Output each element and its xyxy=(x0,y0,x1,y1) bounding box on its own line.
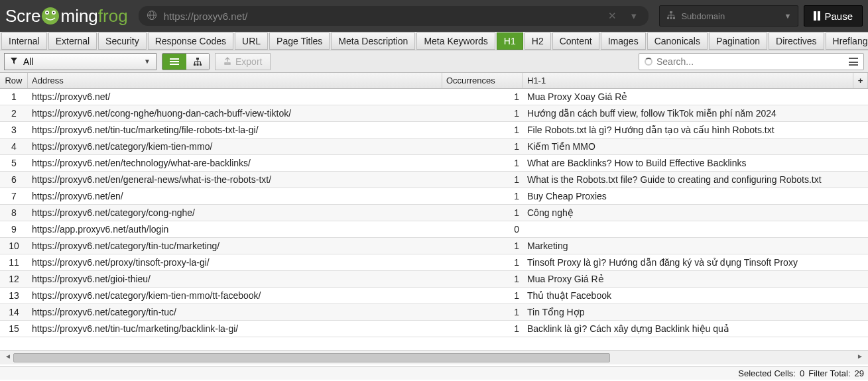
cell-occurrences: 1 xyxy=(442,307,523,317)
tab-url[interactable]: URL xyxy=(235,32,268,50)
cell-row: 1 xyxy=(0,91,28,102)
scroll-thumb[interactable] xyxy=(13,353,610,362)
search-options-icon[interactable] xyxy=(849,58,858,66)
tab-canonicals[interactable]: Canonicals xyxy=(647,32,708,50)
col-occurrences[interactable]: Occurrences xyxy=(442,73,523,88)
cell-occurrences: 1 xyxy=(442,290,523,301)
cell-address: https://proxyv6.net/category/tin-tuc/mar… xyxy=(28,241,442,251)
scroll-left-icon[interactable]: ◄ xyxy=(3,353,13,363)
tab-security[interactable]: Security xyxy=(98,32,147,50)
table-row[interactable]: 4https://proxyv6.net/category/kiem-tien-… xyxy=(0,138,868,155)
cell-h1: Công nghệ xyxy=(523,207,868,218)
cell-h1: Kiếm Tiền MMO xyxy=(523,141,868,152)
table-row[interactable]: 12https://proxyv6.net/gioi-thieu/1Mua Pr… xyxy=(0,271,868,288)
add-column-button[interactable]: + xyxy=(853,73,868,88)
svg-rect-7 xyxy=(670,11,672,13)
cell-row: 12 xyxy=(0,274,28,284)
table-row[interactable]: 3https://proxyv6.net/tin-tuc/marketing/f… xyxy=(0,122,868,138)
tab-h1[interactable]: H1 xyxy=(497,32,523,50)
url-dropdown-icon[interactable]: ▾ xyxy=(627,10,641,22)
logo-text-3: frog xyxy=(98,6,128,27)
svg-rect-9 xyxy=(670,17,672,19)
cell-occurrences: 1 xyxy=(442,274,523,284)
clear-url-icon[interactable]: ✕ xyxy=(604,10,621,22)
pause-icon xyxy=(814,11,820,21)
toolbar: All ▼ Export xyxy=(0,50,868,73)
tab-meta-description[interactable]: Meta Description xyxy=(331,32,415,50)
cell-address: https://proxyv6.net/category/tin-tuc/ xyxy=(28,307,442,317)
table-row[interactable]: 2https://proxyv6.net/cong-nghe/huong-dan… xyxy=(0,105,868,122)
cell-address: https://proxyv6.net/en/general-news/what… xyxy=(28,174,442,185)
tab-pagination[interactable]: Pagination xyxy=(709,32,767,50)
svg-rect-10 xyxy=(673,17,675,19)
chevron-down-icon: ▼ xyxy=(784,12,792,20)
col-address[interactable]: Address xyxy=(28,73,442,88)
cell-row: 15 xyxy=(0,323,28,334)
tab-external[interactable]: External xyxy=(48,32,97,50)
filter-dropdown[interactable]: All ▼ xyxy=(4,53,156,70)
cell-row: 11 xyxy=(0,257,28,268)
logo-text-1: Scre xyxy=(5,6,40,27)
table-row[interactable]: 1https://proxyv6.net/1Mua Proxy Xoay Giá… xyxy=(0,89,868,105)
horizontal-scrollbar[interactable]: ◄ ► xyxy=(0,350,868,364)
tab-meta-keywords[interactable]: Meta Keywords xyxy=(416,32,495,50)
cell-h1: Thủ thuật Facebook xyxy=(523,290,868,301)
cell-h1: Marketing xyxy=(523,241,868,251)
table-header: Row Address Occurrences H1-1 + xyxy=(0,73,868,89)
cell-row: 9 xyxy=(0,224,28,235)
table-row[interactable]: 15https://proxyv6.net/tin-tuc/marketing/… xyxy=(0,321,868,337)
tab-internal[interactable]: Internal xyxy=(1,32,47,50)
table-row[interactable]: 10https://proxyv6.net/category/tin-tuc/m… xyxy=(0,238,868,254)
cell-row: 10 xyxy=(0,241,28,251)
cell-address: https://proxyv6.net/en/ xyxy=(28,191,442,201)
scroll-track[interactable] xyxy=(13,353,855,362)
search-box[interactable] xyxy=(639,53,864,70)
table-scroll[interactable]: Row Address Occurrences H1-1 + 1https://… xyxy=(0,73,868,350)
tab-hreflang[interactable]: Hreflang xyxy=(826,32,868,50)
selected-cells-label: Selected Cells: xyxy=(738,368,796,378)
svg-point-3 xyxy=(53,12,54,13)
table-row[interactable]: 5https://proxyv6.net/en/technology/what-… xyxy=(0,155,868,172)
tab-bar: InternalExternalSecurityResponse CodesUR… xyxy=(0,32,868,50)
url-bar[interactable]: https://proxyv6.net/ ✕ ▾ xyxy=(139,6,649,26)
app-logo: Scre ming frog xyxy=(5,6,128,27)
export-button[interactable]: Export xyxy=(215,53,271,70)
list-view-button[interactable] xyxy=(162,54,186,70)
table-row[interactable]: 7https://proxyv6.net/en/1Buy Cheap Proxi… xyxy=(0,188,868,205)
topbar: Scre ming frog https://proxyv6.net/ ✕ ▾ … xyxy=(0,0,868,32)
scroll-right-icon[interactable]: ► xyxy=(855,353,865,363)
tab-response-codes[interactable]: Response Codes xyxy=(148,32,233,50)
cell-row: 2 xyxy=(0,108,28,119)
table-row[interactable]: 11https://proxyv6.net/proxy/tinsoft-prox… xyxy=(0,254,868,271)
spinner-icon xyxy=(645,58,652,66)
table-row[interactable]: 6https://proxyv6.net/en/general-news/wha… xyxy=(0,172,868,188)
cell-occurrences: 1 xyxy=(442,125,523,135)
col-row[interactable]: Row xyxy=(0,73,28,88)
table-row[interactable]: 14https://proxyv6.net/category/tin-tuc/1… xyxy=(0,304,868,321)
crawl-config-select[interactable]: Subdomain ▼ xyxy=(659,5,798,27)
search-input[interactable] xyxy=(656,56,845,67)
cell-address: https://proxyv6.net/tin-tuc/marketing/ba… xyxy=(28,323,442,334)
data-table: Row Address Occurrences H1-1 + 1https://… xyxy=(0,73,868,366)
pause-button[interactable]: Pause xyxy=(804,5,863,27)
cell-h1: File Robots.txt là gì? Hướng dẫn tạo và … xyxy=(523,125,868,135)
tab-page-titles[interactable]: Page Titles xyxy=(269,32,330,50)
tab-content[interactable]: Content xyxy=(552,32,599,50)
table-row[interactable]: 8https://proxyv6.net/category/cong-nghe/… xyxy=(0,205,868,221)
tab-h2[interactable]: H2 xyxy=(525,32,551,50)
filter-total-value: 29 xyxy=(855,368,864,378)
cell-address: https://proxyv6.net/category/kiem-tien-m… xyxy=(28,141,442,152)
table-row[interactable]: 13https://proxyv6.net/category/kiem-tien… xyxy=(0,288,868,304)
tree-view-button[interactable] xyxy=(186,54,209,70)
svg-rect-16 xyxy=(197,64,199,66)
status-bar: Selected Cells: 0 Filter Total: 29 xyxy=(0,366,868,380)
cell-address: https://proxyv6.net/category/cong-nghe/ xyxy=(28,207,442,218)
col-h1[interactable]: H1-1 xyxy=(523,73,853,88)
cell-h1: Buy Cheap Proxies xyxy=(523,191,868,201)
filter-icon xyxy=(10,56,18,67)
tab-images[interactable]: Images xyxy=(601,32,646,50)
cell-address: https://proxyv6.net/category/kiem-tien-m… xyxy=(28,290,442,301)
tab-directives[interactable]: Directives xyxy=(769,32,824,50)
logo-text-2: ming xyxy=(60,6,97,27)
table-row[interactable]: 9https://app.proxyv6.net/auth/login0 xyxy=(0,221,868,238)
